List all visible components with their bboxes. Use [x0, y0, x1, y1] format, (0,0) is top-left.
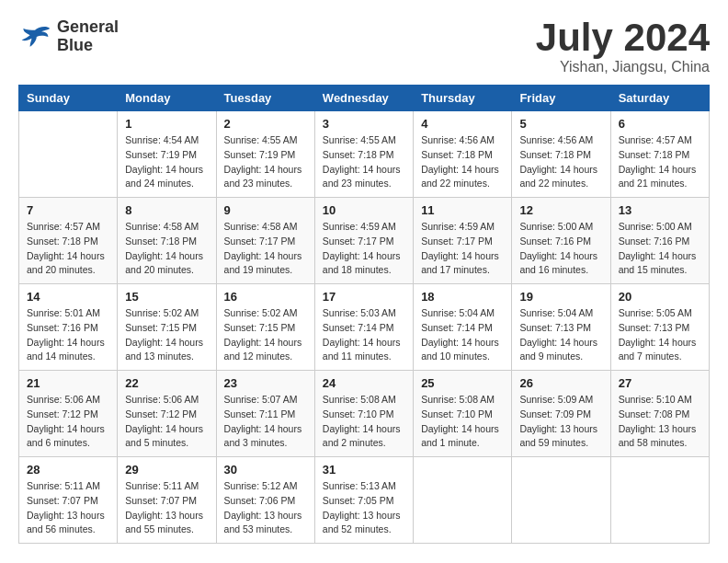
day-number: 1: [125, 117, 208, 131]
day-number: 17: [323, 290, 405, 304]
calendar-cell: 6Sunrise: 4:57 AMSunset: 7:18 PMDaylight…: [610, 111, 709, 198]
day-of-week-header: Wednesday: [314, 86, 413, 111]
day-number: 13: [619, 203, 701, 217]
location: Yishan, Jiangsu, China: [536, 59, 710, 75]
calendar-cell: 12Sunrise: 5:00 AMSunset: 7:16 PMDayligh…: [512, 198, 610, 284]
month-title: July 2024: [536, 18, 710, 57]
calendar-cell: 25Sunrise: 5:08 AMSunset: 7:10 PMDayligh…: [414, 371, 512, 457]
calendar-cell: 15Sunrise: 5:02 AMSunset: 7:15 PMDayligh…: [118, 284, 216, 371]
day-info: Sunrise: 4:59 AMSunset: 7:17 PMDaylight:…: [421, 220, 504, 278]
calendar-cell: 31Sunrise: 5:13 AMSunset: 7:05 PMDayligh…: [314, 457, 413, 544]
day-number: 10: [323, 203, 405, 217]
calendar-cell: 27Sunrise: 5:10 AMSunset: 7:08 PMDayligh…: [610, 371, 709, 457]
day-info: Sunrise: 4:58 AMSunset: 7:17 PMDaylight:…: [224, 220, 307, 278]
calendar-cell: 5Sunrise: 4:56 AMSunset: 7:18 PMDaylight…: [512, 111, 610, 198]
day-info: Sunrise: 5:11 AMSunset: 7:07 PMDaylight:…: [27, 479, 109, 537]
calendar-cell: 19Sunrise: 5:04 AMSunset: 7:13 PMDayligh…: [512, 284, 610, 371]
day-number: 4: [421, 117, 504, 131]
calendar-cell: 30Sunrise: 5:12 AMSunset: 7:06 PMDayligh…: [216, 457, 314, 544]
calendar-cell: 1Sunrise: 4:54 AMSunset: 7:19 PMDaylight…: [118, 111, 216, 198]
day-number: 30: [224, 463, 307, 477]
calendar-cell: 3Sunrise: 4:55 AMSunset: 7:18 PMDaylight…: [314, 111, 413, 198]
day-info: Sunrise: 5:08 AMSunset: 7:10 PMDaylight:…: [323, 393, 405, 451]
calendar-cell: 23Sunrise: 5:07 AMSunset: 7:11 PMDayligh…: [216, 371, 314, 457]
day-number: 26: [519, 376, 602, 390]
day-info: Sunrise: 5:03 AMSunset: 7:14 PMDaylight:…: [323, 306, 405, 364]
day-info: Sunrise: 5:13 AMSunset: 7:05 PMDaylight:…: [323, 479, 405, 537]
day-number: 21: [27, 376, 109, 390]
day-number: 31: [323, 463, 405, 477]
day-info: Sunrise: 4:55 AMSunset: 7:18 PMDaylight:…: [323, 133, 405, 191]
day-number: 11: [421, 203, 504, 217]
day-info: Sunrise: 4:56 AMSunset: 7:18 PMDaylight:…: [421, 133, 504, 191]
calendar-cell: 4Sunrise: 4:56 AMSunset: 7:18 PMDaylight…: [414, 111, 512, 198]
day-info: Sunrise: 4:56 AMSunset: 7:18 PMDaylight:…: [519, 133, 602, 191]
day-number: 6: [619, 117, 701, 131]
day-of-week-header: Monday: [118, 86, 216, 111]
day-info: Sunrise: 5:01 AMSunset: 7:16 PMDaylight:…: [27, 306, 109, 364]
calendar-cell: 28Sunrise: 5:11 AMSunset: 7:07 PMDayligh…: [19, 457, 118, 544]
day-number: 15: [125, 290, 208, 304]
day-info: Sunrise: 5:05 AMSunset: 7:13 PMDaylight:…: [619, 306, 701, 364]
day-info: Sunrise: 5:04 AMSunset: 7:14 PMDaylight:…: [421, 306, 504, 364]
day-info: Sunrise: 5:06 AMSunset: 7:12 PMDaylight:…: [27, 393, 109, 451]
day-info: Sunrise: 5:06 AMSunset: 7:12 PMDaylight:…: [125, 393, 208, 451]
day-info: Sunrise: 5:12 AMSunset: 7:06 PMDaylight:…: [224, 479, 307, 537]
calendar-cell: 20Sunrise: 5:05 AMSunset: 7:13 PMDayligh…: [610, 284, 709, 371]
calendar-cell: [512, 457, 610, 544]
day-number: 5: [519, 117, 602, 131]
calendar-cell: 10Sunrise: 4:59 AMSunset: 7:17 PMDayligh…: [314, 198, 413, 284]
day-number: 18: [421, 290, 504, 304]
day-number: 23: [224, 376, 307, 390]
calendar-cell: 24Sunrise: 5:08 AMSunset: 7:10 PMDayligh…: [314, 371, 413, 457]
day-number: 12: [519, 203, 602, 217]
day-info: Sunrise: 4:58 AMSunset: 7:18 PMDaylight:…: [125, 220, 208, 278]
day-info: Sunrise: 5:00 AMSunset: 7:16 PMDaylight:…: [619, 220, 701, 278]
day-info: Sunrise: 5:11 AMSunset: 7:07 PMDaylight:…: [125, 479, 208, 537]
calendar-cell: [19, 111, 118, 198]
day-number: 19: [519, 290, 602, 304]
day-info: Sunrise: 5:10 AMSunset: 7:08 PMDaylight:…: [619, 393, 701, 451]
day-of-week-header: Tuesday: [216, 86, 314, 111]
day-number: 20: [619, 290, 701, 304]
day-number: 22: [125, 376, 208, 390]
day-info: Sunrise: 4:59 AMSunset: 7:17 PMDaylight:…: [323, 220, 405, 278]
logo-line2: Blue: [57, 37, 119, 55]
day-info: Sunrise: 5:02 AMSunset: 7:15 PMDaylight:…: [224, 306, 307, 364]
day-info: Sunrise: 5:09 AMSunset: 7:09 PMDaylight:…: [519, 393, 602, 451]
day-number: 3: [323, 117, 405, 131]
calendar-cell: 16Sunrise: 5:02 AMSunset: 7:15 PMDayligh…: [216, 284, 314, 371]
day-number: 14: [27, 290, 109, 304]
logo-icon: [18, 23, 51, 51]
calendar-cell: 21Sunrise: 5:06 AMSunset: 7:12 PMDayligh…: [19, 371, 118, 457]
title-block: July 2024 Yishan, Jiangsu, China: [536, 18, 710, 75]
day-number: 27: [619, 376, 701, 390]
calendar-cell: 18Sunrise: 5:04 AMSunset: 7:14 PMDayligh…: [414, 284, 512, 371]
day-number: 8: [125, 203, 208, 217]
day-of-week-header: Saturday: [610, 86, 709, 111]
day-number: 28: [27, 463, 109, 477]
day-number: 24: [323, 376, 405, 390]
day-number: 7: [27, 203, 109, 217]
day-number: 9: [224, 203, 307, 217]
page-header: General Blue July 2024 Yishan, Jiangsu, …: [18, 18, 710, 75]
logo: General Blue: [18, 18, 119, 55]
day-of-week-header: Friday: [512, 86, 610, 111]
day-info: Sunrise: 5:07 AMSunset: 7:11 PMDaylight:…: [224, 393, 307, 451]
logo-line1: General: [57, 18, 119, 37]
day-number: 29: [125, 463, 208, 477]
calendar-cell: 14Sunrise: 5:01 AMSunset: 7:16 PMDayligh…: [19, 284, 118, 371]
day-number: 16: [224, 290, 307, 304]
calendar-cell: 9Sunrise: 4:58 AMSunset: 7:17 PMDaylight…: [216, 198, 314, 284]
calendar-cell: [414, 457, 512, 544]
day-info: Sunrise: 4:57 AMSunset: 7:18 PMDaylight:…: [27, 220, 109, 278]
calendar-cell: 2Sunrise: 4:55 AMSunset: 7:19 PMDaylight…: [216, 111, 314, 198]
day-number: 2: [224, 117, 307, 131]
calendar-cell: 26Sunrise: 5:09 AMSunset: 7:09 PMDayligh…: [512, 371, 610, 457]
day-info: Sunrise: 5:00 AMSunset: 7:16 PMDaylight:…: [519, 220, 602, 278]
calendar-cell: 17Sunrise: 5:03 AMSunset: 7:14 PMDayligh…: [314, 284, 413, 371]
calendar-table: SundayMondayTuesdayWednesdayThursdayFrid…: [18, 85, 710, 544]
day-info: Sunrise: 5:08 AMSunset: 7:10 PMDaylight:…: [421, 393, 504, 451]
day-number: 25: [421, 376, 504, 390]
day-info: Sunrise: 5:02 AMSunset: 7:15 PMDaylight:…: [125, 306, 208, 364]
